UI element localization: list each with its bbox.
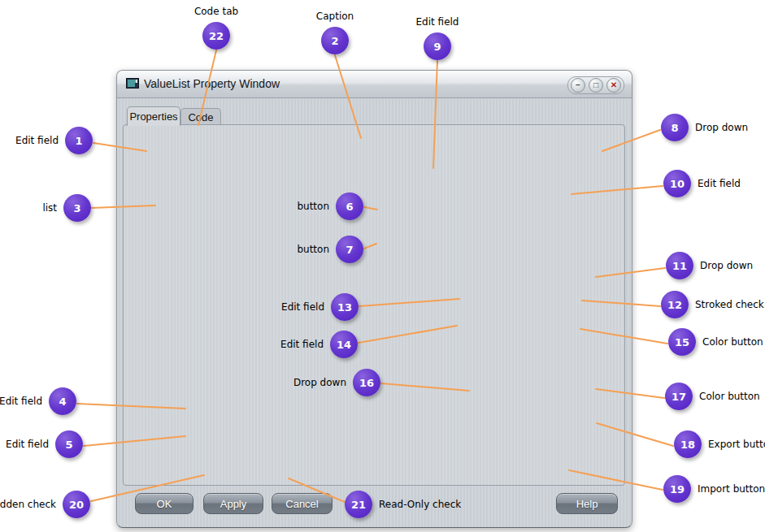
maximize-icon[interactable]: □ [589, 78, 603, 93]
callout-13: 13Edit field [331, 293, 359, 321]
callout-22: 22Code tab [202, 22, 230, 50]
ok-button[interactable]: OK [135, 493, 193, 514]
callout-19: 19Import button [663, 475, 691, 503]
callout-9: 9Edit field [424, 32, 451, 60]
cancel-button[interactable]: Cancel [272, 493, 333, 514]
callout-17: 17Color button [665, 383, 693, 410]
callout-4: 4Edit field [49, 387, 76, 415]
screenshot-canvas: { "window": { "title": "ValueList Proper… [0, 0, 765, 532]
callout-21: 21Read-Only check [345, 491, 372, 518]
callout-3: 3list [63, 194, 91, 222]
callout-20: 20Hidden check [63, 491, 90, 518]
valuelist-property-window: ValueList Property Window − □ ✕ Properti… [116, 70, 632, 528]
callout-14: 14Edit field [330, 331, 358, 358]
minimize-icon[interactable]: − [571, 78, 585, 93]
app-icon [126, 78, 139, 89]
window-title: ValueList Property Window [144, 77, 280, 90]
callout-15: 15Color button [668, 328, 696, 356]
callout-18: 18Export button [674, 430, 702, 458]
tab-code[interactable]: Code [180, 108, 221, 126]
callout-10: 10Edit field [663, 170, 691, 197]
callout-11: 11Drop down [666, 252, 693, 279]
callout-6: 6button [336, 192, 363, 220]
title-bar[interactable]: ValueList Property Window − □ ✕ [117, 71, 632, 98]
callout-1: 1Edit field [65, 127, 93, 154]
tab-properties[interactable]: Properties [127, 106, 180, 126]
callout-2: 2Caption [321, 27, 349, 54]
callout-8: 8Drop down [661, 114, 689, 141]
close-icon[interactable]: ✕ [606, 78, 621, 93]
window-controls: − □ ✕ [567, 76, 624, 94]
callout-12: 12Stroked check [661, 291, 689, 318]
callout-16: 16Drop down [353, 369, 380, 396]
callout-5: 5Edit field [55, 430, 83, 458]
help-button[interactable]: Help [556, 493, 618, 514]
apply-button[interactable]: Apply [203, 493, 263, 514]
properties-tab-page [123, 124, 625, 486]
callout-7: 7button [336, 236, 363, 263]
